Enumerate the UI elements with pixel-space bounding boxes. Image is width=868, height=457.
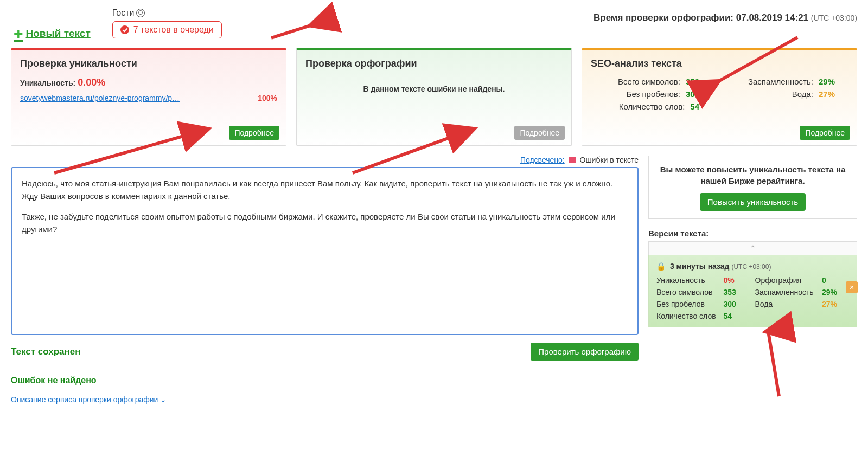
increase-uniqueness-button[interactable]: Повысить уникальность — [700, 193, 806, 211]
more-button[interactable]: Подробнее — [800, 126, 850, 140]
svg-line-0 — [271, 19, 331, 38]
no-errors-label: Ошибок не найдено — [11, 376, 639, 385]
editor-row: Подсвечено: Ошибки в тексте Надеюсь, что… — [11, 156, 857, 404]
topbar: + Новый текст Гости 7 текстов в очереди … — [11, 8, 857, 43]
editor-paragraph: Надеюсь, что моя статья-инструкция Вам п… — [22, 178, 628, 202]
chevron-down-icon: ⌄ — [160, 395, 167, 404]
guests-block: Гости 7 текстов в очереди — [112, 8, 222, 38]
panel-spelling: Проверка орфографии В данном тексте ошиб… — [296, 48, 572, 146]
versions-title: Версии текста: — [648, 229, 857, 238]
seo-water: 27% — [819, 89, 835, 99]
panel-uniqueness: Проверка уникальности Уникальность: 0.00… — [11, 48, 286, 146]
highlight-legend: Подсвечено: Ошибки в тексте — [11, 156, 639, 164]
guests-label: Гости — [112, 8, 135, 17]
queue-pill[interactable]: 7 текстов в очереди — [112, 21, 222, 38]
source-link[interactable]: sovetywebmastera.ru/poleznye-programmy/p… — [20, 94, 180, 102]
versions-scroll-up[interactable]: ⌃ — [648, 241, 857, 255]
version-water: 27% — [822, 300, 849, 308]
panel-title: Проверка уникальности — [20, 58, 277, 69]
panel-seo: SEO-анализ текста Всего символов:353 Без… — [582, 48, 857, 146]
panel-title: SEO-анализ текста — [591, 58, 848, 69]
highlight-link[interactable]: Подсвечено: — [520, 156, 565, 164]
version-uniqueness: 0% — [724, 276, 751, 285]
queue-label: 7 текстов в очереди — [133, 25, 214, 35]
version-spelling: 0 — [822, 276, 849, 285]
spelling-message: В данном тексте ошибки не найдены. — [305, 85, 563, 93]
version-spam: 29% — [822, 288, 849, 297]
timestamp: Время проверки орфографии: 07.08.2019 14… — [593, 12, 857, 23]
check-spelling-button[interactable]: Проверить орфографию — [531, 343, 639, 361]
seo-chars: 353 — [686, 77, 699, 86]
seo-nospace: 300 — [686, 89, 699, 99]
user-icon — [136, 9, 145, 17]
uniqueness-value: 0.00% — [78, 77, 105, 88]
plus-icon: + — [14, 24, 23, 43]
error-color-swatch — [569, 157, 576, 163]
promo-text: Вы можете повысить уникальность текста н… — [656, 164, 849, 186]
uniqueness-label: Уникальность: — [20, 79, 75, 87]
svg-line-4 — [768, 331, 779, 396]
new-text-label: Новый текст — [26, 28, 91, 40]
seo-words: 54 — [690, 102, 699, 111]
saved-status: Текст сохранен — [11, 346, 80, 357]
editor-paragraph: Также, не забудьте поделиться своим опыт… — [22, 211, 628, 235]
annotation-arrow — [757, 326, 790, 403]
panels-row: Проверка уникальности Уникальность: 0.00… — [11, 48, 857, 146]
check-circle-icon — [120, 25, 129, 34]
new-text-link[interactable]: + Новый текст — [14, 24, 91, 43]
text-editor[interactable]: Надеюсь, что моя статья-инструкция Вам п… — [11, 167, 639, 335]
lock-icon: 🔒 — [656, 262, 666, 271]
seo-spam: 29% — [819, 77, 835, 86]
source-percent: 100% — [258, 94, 277, 102]
service-description-link[interactable]: Описание сервиса проверки орфографии — [11, 395, 158, 404]
chevron-up-icon: ⌃ — [750, 244, 756, 253]
version-card[interactable]: 🔒 3 минуты назад (UTC +03:00) Уникальнос… — [648, 255, 857, 327]
panel-title: Проверка орфографии — [305, 58, 563, 69]
promo-box: Вы можете повысить уникальность текста н… — [648, 156, 857, 219]
editor-left: Подсвечено: Ошибки в тексте Надеюсь, что… — [11, 156, 639, 404]
right-column: Вы можете повысить уникальность текста н… — [648, 156, 857, 404]
more-button[interactable]: Подробнее — [514, 126, 565, 140]
delete-version-button[interactable]: × — [846, 281, 858, 293]
version-nospace: 300 — [724, 300, 751, 308]
annotation-arrow — [266, 14, 336, 48]
version-words: 54 — [724, 312, 751, 320]
version-chars: 353 — [724, 288, 751, 297]
more-button[interactable]: Подробнее — [229, 126, 279, 140]
